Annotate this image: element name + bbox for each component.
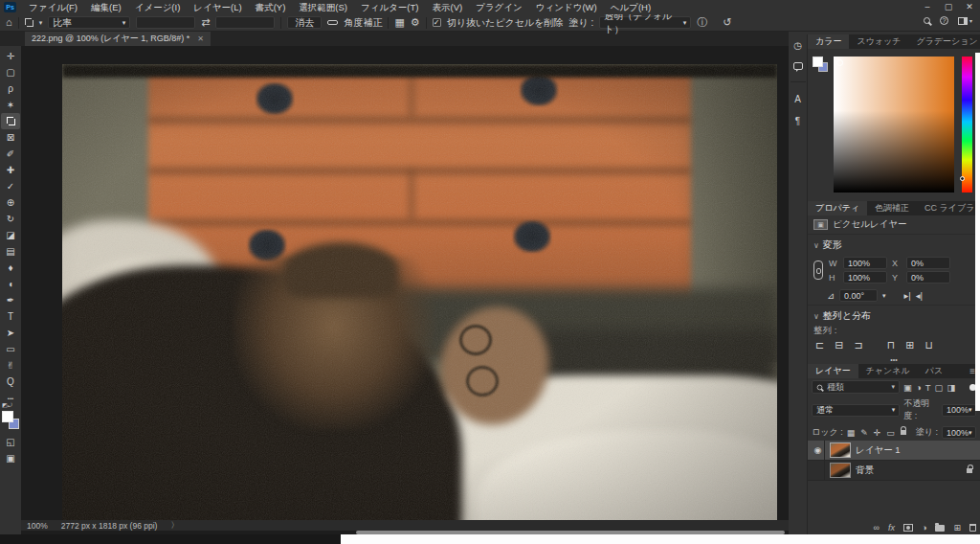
- layer-thumbnail[interactable]: [830, 442, 851, 458]
- lock-position-icon[interactable]: ✛: [874, 428, 881, 438]
- default-colors-icon[interactable]: ◩⤾: [2, 401, 12, 409]
- transform-section-header[interactable]: ∨変形: [808, 234, 980, 254]
- layer-style-fx-icon[interactable]: fx: [888, 523, 895, 533]
- screen-mode-icon[interactable]: ▣: [1, 450, 20, 466]
- align-h-center-icon[interactable]: ⊟: [835, 339, 843, 351]
- tool-healing-brush[interactable]: ✚: [1, 162, 20, 178]
- quick-mask-icon[interactable]: ◱: [1, 434, 20, 450]
- info-icon[interactable]: ⓘ: [697, 16, 707, 29]
- width-input[interactable]: 100%: [843, 257, 887, 269]
- paragraph-panel-icon[interactable]: ¶: [795, 116, 800, 126]
- menu-window[interactable]: ウィンドウ(W): [529, 0, 604, 14]
- menu-layer[interactable]: レイヤー(L): [187, 0, 248, 14]
- align-section-header[interactable]: ∨整列と分布: [808, 305, 980, 325]
- menu-type[interactable]: 書式(Y): [249, 0, 293, 14]
- zoom-level[interactable]: 100%: [27, 521, 48, 531]
- clear-button[interactable]: 消去: [287, 16, 322, 29]
- search-icon[interactable]: [924, 17, 930, 24]
- tab-close-icon[interactable]: ✕: [197, 32, 204, 46]
- menu-image[interactable]: イメージ(I): [128, 0, 188, 14]
- tool-blur[interactable]: ♦: [1, 260, 20, 276]
- comments-panel-icon[interactable]: [793, 62, 803, 70]
- menu-file[interactable]: ファイル(F): [22, 0, 84, 14]
- history-panel-icon[interactable]: ◷: [793, 40, 802, 51]
- tab-color[interactable]: カラー: [808, 34, 849, 49]
- help-icon[interactable]: ?: [940, 16, 948, 25]
- tab-cc-libraries[interactable]: CC ライブラリ: [917, 201, 980, 215]
- tab-properties[interactable]: プロパティ: [808, 201, 867, 215]
- tool-shape[interactable]: ▭: [1, 341, 20, 357]
- align-bottom-icon[interactable]: ⊔: [924, 339, 933, 351]
- saturation-brightness-field[interactable]: [834, 57, 954, 193]
- canvas-pasteboard[interactable]: [21, 46, 789, 520]
- foreground-color-swatch[interactable]: [813, 57, 823, 67]
- crop-tool-icon[interactable]: [25, 18, 33, 27]
- maximize-button[interactable]: ▢: [938, 0, 959, 14]
- tool-crop[interactable]: [1, 113, 20, 129]
- tab-layers[interactable]: レイヤー: [808, 364, 858, 378]
- swap-dimensions-icon[interactable]: ⇄: [201, 16, 210, 29]
- visibility-eye-icon[interactable]: [812, 461, 825, 481]
- reset-icon[interactable]: ↺: [723, 16, 731, 29]
- add-layer-mask-icon[interactable]: [903, 524, 913, 532]
- layer-thumbnail[interactable]: [830, 463, 851, 478]
- tool-path-selection[interactable]: ➤: [1, 325, 20, 341]
- opacity-dropdown[interactable]: 100%▾: [942, 404, 976, 417]
- menu-view[interactable]: 表示(V): [426, 0, 470, 14]
- angle-input[interactable]: 0.00°: [839, 289, 878, 302]
- tool-dodge[interactable]: ◖: [1, 276, 20, 292]
- tab-swatches[interactable]: スウォッチ: [849, 34, 908, 49]
- crop-preset-caret-icon[interactable]: ▾: [39, 16, 43, 29]
- canvas-image[interactable]: [62, 64, 777, 520]
- tool-eraser[interactable]: ◪: [1, 227, 20, 243]
- menu-select[interactable]: 選択範囲(S): [292, 0, 354, 14]
- crop-height-input[interactable]: [215, 16, 275, 29]
- link-dimensions-icon[interactable]: [813, 261, 823, 280]
- tool-frame[interactable]: ⊠: [1, 129, 20, 146]
- close-button[interactable]: ✕: [959, 0, 980, 14]
- layer-name[interactable]: 背景: [856, 465, 874, 477]
- hue-slider-marker[interactable]: [960, 176, 965, 181]
- new-layer-icon[interactable]: ⊞: [953, 523, 961, 533]
- layer-filter-dropdown[interactable]: 種類 ▾: [812, 380, 900, 394]
- photoshop-logo-icon[interactable]: Ps: [4, 2, 16, 12]
- flip-vertical-icon[interactable]: ◂|: [916, 290, 923, 301]
- tab-adjustments[interactable]: 色調補正: [867, 201, 917, 215]
- hue-slider[interactable]: [962, 57, 972, 193]
- angle-caret-icon[interactable]: ▾: [882, 292, 886, 300]
- tool-brush[interactable]: ✓: [1, 178, 20, 194]
- straighten-icon[interactable]: [327, 20, 338, 25]
- tab-gradients[interactable]: グラデーション: [908, 34, 980, 49]
- tool-zoom[interactable]: Q: [1, 374, 20, 390]
- menu-edit[interactable]: 編集(E): [84, 0, 128, 14]
- filter-smart-objects-icon[interactable]: ◨: [947, 382, 956, 393]
- x-input[interactable]: 0%: [906, 257, 950, 269]
- tool-move[interactable]: ✛: [1, 48, 20, 64]
- lock-all-icon[interactable]: [901, 430, 906, 435]
- tool-quick-selection[interactable]: ✶: [1, 97, 20, 113]
- home-icon[interactable]: ⌂: [6, 16, 12, 29]
- menu-help[interactable]: ヘルプ(H): [604, 0, 657, 14]
- tool-marquee[interactable]: ▢: [1, 64, 20, 80]
- flip-horizontal-icon[interactable]: ▸|: [903, 290, 910, 301]
- minimize-button[interactable]: –: [917, 0, 938, 14]
- tool-hand[interactable]: ✌: [1, 357, 20, 374]
- more-options-icon[interactable]: •••: [808, 353, 980, 363]
- link-layers-icon[interactable]: ∞: [874, 523, 880, 533]
- align-right-icon[interactable]: ⊐: [854, 339, 862, 351]
- menu-filter[interactable]: フィルター(T): [354, 0, 426, 14]
- tool-gradient[interactable]: ▤: [1, 243, 20, 260]
- lock-paint-icon[interactable]: ✎: [860, 428, 868, 438]
- document-tab[interactable]: 222.png @ 100% (レイヤー 1, RGB/8#) * ✕: [25, 32, 211, 46]
- tab-channels[interactable]: チャンネル: [858, 364, 918, 378]
- layer-row-background[interactable]: 背景: [808, 461, 980, 481]
- tool-pen[interactable]: ✒: [1, 292, 20, 308]
- filter-type-layers-icon[interactable]: T: [925, 382, 931, 393]
- status-chevron-icon[interactable]: 〉: [170, 520, 179, 532]
- character-panel-icon[interactable]: A: [794, 94, 801, 104]
- fill-mode-dropdown[interactable]: 透明（デフォルト）▾: [599, 16, 691, 29]
- align-v-center-icon[interactable]: ⊞: [905, 339, 914, 351]
- lock-artboard-icon[interactable]: ▭: [886, 428, 895, 438]
- overlay-grid-icon[interactable]: ▦: [394, 16, 404, 29]
- layer-row-layer1[interactable]: ◉ レイヤー 1: [808, 441, 980, 461]
